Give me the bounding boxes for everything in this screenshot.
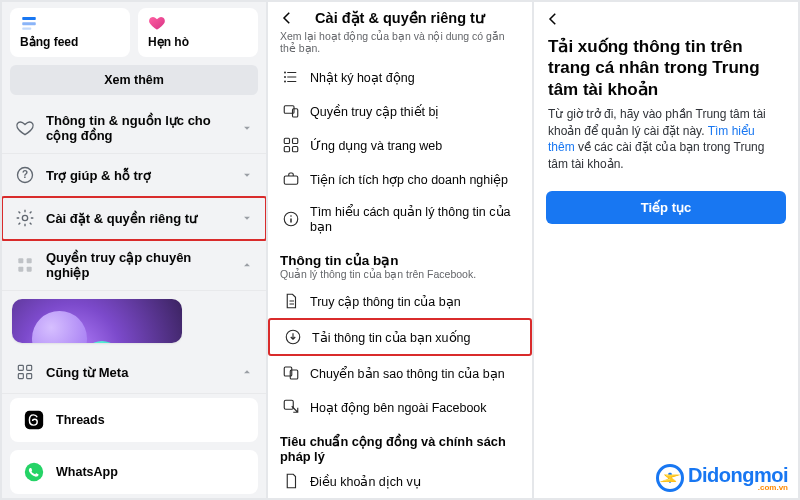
chevron-up-icon — [240, 258, 254, 272]
your-info-subtitle: Quản lý thông tin của bạn trên Facebook. — [268, 268, 532, 284]
also-item-threads[interactable]: Threads — [10, 398, 258, 442]
panel3-title: Tải xuống thông tin trên trang cá nhân t… — [534, 18, 798, 106]
continue-button[interactable]: Tiếp tục — [546, 191, 786, 224]
also-item-whatsapp[interactable]: WhatsApp — [10, 450, 258, 494]
menu-panel: Bảng feed Hẹn hò Xem thêm Thông tin & ng… — [2, 2, 266, 498]
svg-rect-24 — [284, 147, 289, 152]
menu-item-help[interactable]: ? Trợ giúp & hỗ trợ — [2, 154, 266, 197]
also-from-meta-label: Cũng từ Meta — [46, 365, 230, 380]
svg-rect-11 — [18, 365, 23, 370]
pro-presence-card[interactable]: Sự hiện diện công khai Nhận các công cụ … — [12, 299, 182, 343]
settings-privacy-panel: Cài đặt & quyền riêng tư Xem lại hoạt độ… — [268, 2, 532, 498]
svg-point-19 — [284, 81, 286, 83]
threads-icon — [22, 408, 46, 432]
briefcase-icon — [282, 170, 300, 188]
svg-rect-25 — [293, 147, 298, 152]
also-from-meta-header[interactable]: Cũng từ Meta — [2, 351, 266, 394]
row-off-facebook[interactable]: Hoạt động bên ngoài Facebook — [268, 390, 532, 424]
svg-rect-8 — [18, 267, 23, 272]
svg-rect-22 — [284, 138, 289, 143]
svg-point-18 — [284, 76, 286, 78]
your-info-group: Truy cập thông tin của bạn Tải thông tin… — [268, 284, 532, 424]
row-activity-log[interactable]: Nhật ký hoạt động — [268, 60, 532, 94]
chevron-up-icon — [240, 365, 254, 379]
svg-rect-7 — [27, 258, 32, 263]
policy-title: Tiêu chuẩn cộng đồng và chính sách pháp … — [268, 424, 532, 464]
chevron-down-icon — [240, 168, 254, 182]
top-shortcuts: Bảng feed Hẹn hò — [2, 2, 266, 63]
transfer-icon — [282, 364, 300, 382]
back-icon[interactable] — [278, 9, 296, 27]
row-terms[interactable]: Điều khoản dịch vụ — [268, 464, 532, 498]
chevron-down-icon — [240, 121, 254, 135]
menu-item-label: Cài đặt & quyền riêng tư — [46, 211, 230, 226]
pro-card-image — [12, 299, 182, 343]
gear-icon — [14, 207, 36, 229]
row-label: Tải thông tin của bạn xuống — [312, 330, 470, 345]
svg-rect-13 — [18, 374, 23, 379]
svg-point-17 — [284, 72, 286, 74]
row-label: Tiện ích tích hợp cho doanh nghiệp — [310, 172, 508, 187]
row-learn-manage-info[interactable]: Tìm hiểu cách quản lý thông tin của bạn — [268, 196, 532, 242]
document-icon — [282, 292, 300, 310]
svg-rect-33 — [284, 400, 293, 409]
list-icon — [282, 68, 300, 86]
help-icon: ? — [14, 164, 36, 186]
menu-item-community[interactable]: Thông tin & nguồn lực cho cộng đồng — [2, 103, 266, 154]
svg-rect-26 — [284, 176, 298, 184]
download-info-panel: Tải xuống thông tin trên trang cá nhân t… — [534, 2, 798, 498]
svg-rect-14 — [27, 374, 32, 379]
panel2-subtitle: Xem lại hoạt động của bạn và nội dung có… — [268, 28, 532, 60]
apps-icon — [282, 136, 300, 154]
svg-text:?: ? — [22, 169, 28, 180]
svg-rect-1 — [22, 22, 36, 25]
panel3-body-post: về các cài đặt của bạn trong Trung tâm t… — [548, 140, 764, 171]
whatsapp-icon — [22, 460, 46, 484]
policy-group: Điều khoản dịch vụ Chính sách quyền riên… — [268, 464, 532, 498]
row-apps-websites[interactable]: Ứng dụng và trang web — [268, 128, 532, 162]
feed-card-label: Bảng feed — [20, 35, 120, 49]
panel3-header — [534, 2, 798, 18]
download-icon — [284, 328, 302, 346]
svg-rect-15 — [25, 411, 43, 429]
svg-rect-0 — [22, 17, 36, 20]
row-access-info[interactable]: Truy cập thông tin của bạn — [268, 284, 532, 318]
your-info-title: Thông tin của bạn — [268, 242, 532, 268]
grid-outline-icon — [14, 361, 36, 383]
dating-card[interactable]: Hẹn hò — [138, 8, 258, 57]
svg-rect-9 — [27, 267, 32, 272]
see-more-button[interactable]: Xem thêm — [10, 65, 258, 95]
row-label: Chuyển bản sao thông tin của bạn — [310, 366, 505, 381]
chevron-down-icon — [240, 211, 254, 225]
feed-icon — [20, 14, 38, 32]
row-download-info[interactable]: Tải thông tin của bạn xuống — [268, 318, 532, 356]
menu-item-settings-privacy[interactable]: Cài đặt & quyền riêng tư — [2, 197, 266, 240]
activity-group: Nhật ký hoạt động Quyền truy cập thiết b… — [268, 60, 532, 242]
row-transfer-copy[interactable]: Chuyển bản sao thông tin của bạn — [268, 356, 532, 390]
heart-outline-icon — [14, 117, 36, 139]
panel2-header: Cài đặt & quyền riêng tư — [268, 2, 532, 28]
svg-rect-12 — [27, 365, 32, 370]
row-business-integrations[interactable]: Tiện ích tích hợp cho doanh nghiệp — [268, 162, 532, 196]
panel2-title: Cài đặt & quyền riêng tư — [315, 10, 485, 26]
info-icon — [282, 210, 300, 228]
back-icon[interactable] — [544, 10, 562, 28]
file-icon — [282, 472, 300, 490]
svg-rect-23 — [293, 138, 298, 143]
grid-icon — [14, 254, 36, 276]
heart-icon — [148, 14, 166, 32]
svg-rect-2 — [22, 28, 31, 30]
also-item-label: Threads — [56, 413, 246, 427]
svg-point-5 — [22, 215, 27, 220]
menu-item-professional[interactable]: Quyền truy cập chuyên nghiệp — [2, 240, 266, 291]
row-label: Hoạt động bên ngoài Facebook — [310, 400, 487, 415]
menu-item-label: Quyền truy cập chuyên nghiệp — [46, 250, 230, 280]
also-item-label: WhatsApp — [56, 465, 246, 479]
activity-out-icon — [282, 398, 300, 416]
feed-card[interactable]: Bảng feed — [10, 8, 130, 57]
menu-item-label: Thông tin & nguồn lực cho cộng đồng — [46, 113, 230, 143]
svg-point-28 — [290, 215, 292, 217]
row-label: Ứng dụng và trang web — [310, 138, 442, 153]
svg-point-16 — [25, 463, 43, 481]
row-device-access[interactable]: Quyền truy cập thiết bị — [268, 94, 532, 128]
